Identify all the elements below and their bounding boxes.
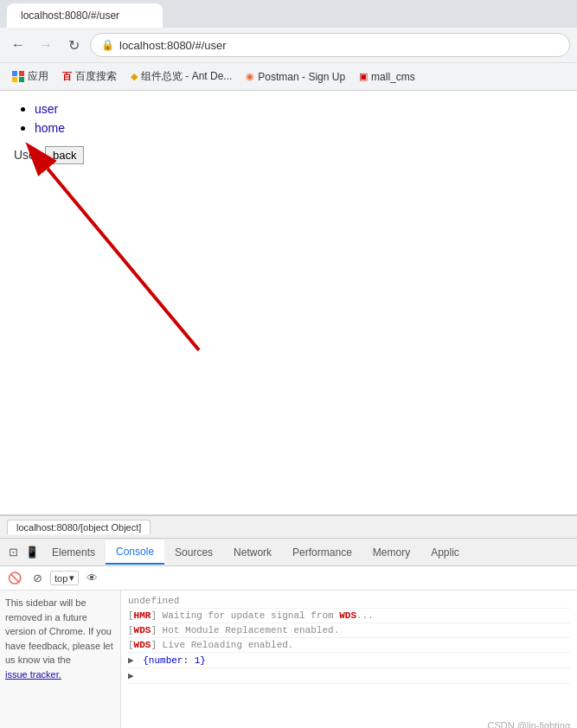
tab-performance[interactable]: Performance [282,541,362,564]
bookmarks-bar: 应用 百 百度搜索 ◆ 组件总览 - Ant De... ◉ Postman -… [0,62,577,90]
baidu-icon: 百 [62,70,72,83]
console-line-wds1: [WDS] Hot Module Replacement enabled. [128,623,570,638]
forward-nav-button[interactable]: → [35,34,57,56]
browser-tab[interactable]: localhost:8080/#/user [7,3,163,28]
bookmark-postman[interactable]: ◉ Postman - Sign Up [240,69,350,85]
link-user[interactable]: user [35,102,58,116]
postman-icon: ◉ [246,71,254,82]
svg-line-1 [48,169,199,350]
bookmark-antd-label: 组件总览 - Ant De... [141,69,232,84]
sidebar-text: This sidebar will be removed in a future… [5,596,115,681]
tab-title: localhost:8080/#/user [21,10,119,22]
devtools-url-tab[interactable]: localhost:8080/[object Object] [7,520,151,534]
inspect-element-button[interactable]: ⊡ [3,543,22,562]
top-select[interactable]: top ▾ [50,571,79,585]
back-nav-button[interactable]: ← [7,34,29,56]
bookmark-postman-label: Postman - Sign Up [258,71,345,83]
console-line-wds2: [WDS] Live Reloading enabled. [128,638,570,653]
chevron-down-icon: ▾ [69,572,74,584]
csdn-watermark: CSDN @lin-fighting [487,720,570,728]
page-content: user home User back [0,91,577,514]
bookmark-mallcms-label: mall_cms [371,71,415,83]
user-label: User [14,148,40,162]
page-body: User back [14,146,563,164]
nav-bar: ← → ↻ 🔒 localhost:8080/#/user [0,28,577,62]
console-output[interactable]: undefined [HMR] Waiting for update signa… [121,591,577,728]
console-toolbar: 🚫 ⊘ top ▾ 👁 [0,566,577,591]
mallcms-icon: ▣ [359,71,368,82]
browser-chrome: localhost:8080/#/user ← → ↻ 🔒 localhost:… [0,0,577,91]
bookmark-baidu[interactable]: 百 百度搜索 [57,67,122,86]
lock-icon: 🔒 [101,39,114,51]
back-button[interactable]: back [45,146,84,164]
device-toggle-button[interactable]: 📱 [22,543,42,562]
devtools-body: This sidebar will be removed in a future… [0,591,577,728]
top-label: top [54,573,67,584]
bookmark-apps-label: 应用 [28,69,48,84]
antd-icon: ◆ [131,71,138,82]
tab-sources[interactable]: Sources [164,541,223,564]
apps-icon [12,71,24,83]
tab-bar: localhost:8080/#/user [0,0,577,28]
console-line-hmr1: [HMR] Waiting for update signal from WDS… [128,609,570,623]
address-bar[interactable]: 🔒 localhost:8080/#/user [90,33,570,57]
reload-button[interactable]: ↻ [62,34,85,56]
issue-tracker-link[interactable]: issue tracker. [5,669,61,680]
bookmark-baidu-label: 百度搜索 [75,69,117,84]
devtools-url-bar: localhost:8080/[object Object] [0,516,577,539]
nav-links: user home [14,101,563,136]
bookmark-apps[interactable]: 应用 [7,67,54,86]
tab-applic[interactable]: Applic [420,541,470,564]
console-line-undefined: undefined [128,594,570,609]
tab-console[interactable]: Console [106,540,164,565]
devtools: localhost:8080/[object Object] ⊡ 📱 Eleme… [0,514,577,728]
devtools-tabs: ⊡ 📱 Elements Console Sources Network Per… [0,539,577,566]
eye-button[interactable]: 👁 [82,569,101,588]
console-line-object: ▶ {number: 1} [128,653,570,668]
expand-arrow-icon[interactable]: ▶ [128,655,134,666]
tab-network[interactable]: Network [223,541,282,564]
filter-button[interactable]: ⊘ [28,569,47,588]
console-line-empty: ▶ [128,668,570,684]
red-arrow [0,134,260,359]
bookmark-mallcms[interactable]: ▣ mall_cms [354,69,420,85]
url-text: localhost:8080/#/user [119,39,227,52]
bookmark-antd[interactable]: ◆ 组件总览 - Ant De... [125,67,237,86]
devtools-sidebar: This sidebar will be removed in a future… [0,591,121,728]
devtools-main: undefined [HMR] Waiting for update signa… [121,591,577,728]
link-home[interactable]: home [35,121,65,135]
tab-elements[interactable]: Elements [42,541,106,564]
console-input[interactable] [105,572,572,584]
clear-console-button[interactable]: 🚫 [5,569,24,588]
tab-memory[interactable]: Memory [362,541,420,564]
